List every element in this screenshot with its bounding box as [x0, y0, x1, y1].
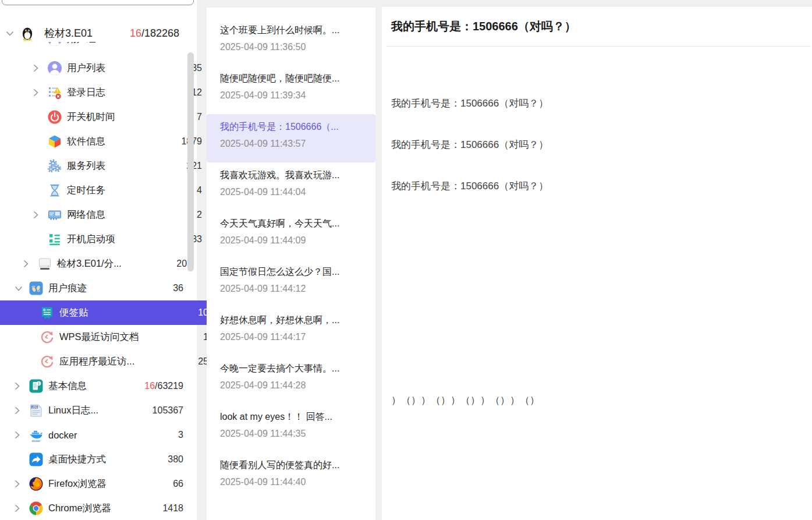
svg-text:i: i — [38, 381, 40, 385]
basic-info-icon: i — [29, 378, 44, 394]
sidebar-item-count: 105367 — [153, 405, 183, 416]
note-list-item[interactable]: 我喜欢玩游戏。我喜欢玩游...2025-04-09 11:44:04 — [207, 162, 375, 211]
sidebar-item-count: 380 — [168, 454, 183, 465]
sidebar-item-label: 检材3.E01/分... — [57, 257, 122, 270]
chevron-right-icon[interactable] — [15, 480, 29, 488]
chevron-down-icon[interactable] — [0, 31, 20, 36]
sidebar-item-label: Firefox浏览器 — [48, 477, 107, 490]
sidebar-item-count: 1418 — [162, 503, 183, 514]
search-input[interactable] — [2, 0, 194, 5]
note-list-item[interactable]: 这个班要上到什么时候啊。...2025-04-09 11:36:50 — [207, 17, 375, 66]
sidebar-item-label: 用户列表 — [67, 62, 105, 75]
sidebar-item-count: 7 — [197, 112, 202, 122]
note-detail-title: 我的手机号是：1506666（对吗？） — [382, 7, 812, 35]
power-icon — [47, 109, 62, 125]
sidebar-item[interactable]: 应用程序最近访...25 — [0, 349, 227, 374]
note-icon — [40, 305, 55, 320]
note-list-item[interactable]: look at my eyes！！ 回答...2025-04-09 11:44:… — [207, 404, 375, 452]
sidebar-root-label: 检材3.E01 — [44, 26, 93, 40]
sidebar-item-label: 软件信息 — [67, 135, 105, 148]
note-item-timestamp: 2025-04-09 11:36:50 — [220, 40, 370, 55]
note-list-item[interactable]: 好想休息啊，好想休息啊，...2025-04-09 11:44:17 — [207, 307, 375, 356]
sidebar-item-label: 开关机时间 — [67, 111, 115, 123]
chevron-right-icon[interactable] — [33, 89, 47, 97]
firefox-icon — [29, 476, 44, 491]
sidebar-item[interactable]: Chrome浏览器1418 — [0, 496, 202, 520]
sidebar-item[interactable]: dockerdocker3 — [0, 423, 202, 447]
docker-icon: docker — [29, 427, 44, 443]
note-list-item[interactable]: 今晚一定要去搞个大事情。...2025-04-09 11:44:28 — [207, 356, 375, 404]
sidebar-item-count: 16/63219 — [144, 381, 183, 391]
sidebar-item-label: 服务列表 — [67, 160, 105, 172]
note-item-timestamp: 2025-04-09 11:44:40 — [220, 475, 370, 490]
sidebar-item-label: 登录日志 — [67, 86, 105, 99]
note-item-timestamp: 2025-04-09 11:44:35 — [220, 426, 370, 441]
sidebar-item[interactable]: Firefox浏览器66 — [0, 472, 202, 496]
sidebar-item[interactable]: 桌面快捷方式380 — [0, 447, 202, 472]
note-detail-footer-line: ）（））（））（））（））（） — [391, 392, 540, 409]
note-detail-body-line: 我的手机号是：1506666（对吗？） — [391, 95, 803, 112]
sidebar-item-label: WPS最近访问文档 — [59, 331, 139, 344]
sidebar-item-label: 应用程序最近访... — [59, 355, 134, 368]
clipped-tree-row: 用户组44 — [0, 42, 187, 48]
sidebar-item-count: 36 — [173, 283, 183, 293]
chrome-icon — [29, 501, 44, 516]
sidebar-item-label: docker — [48, 430, 77, 441]
sidebar-item[interactable]: i基本信息16/63219 — [0, 374, 202, 398]
chevron-right-icon[interactable] — [15, 504, 29, 512]
sidebar-scrollbar-thumb[interactable] — [187, 52, 194, 271]
chevron-down-icon[interactable] — [15, 286, 29, 291]
note-detail-panel: 我的手机号是：1506666（对吗？） 我的手机号是：1506666（对吗？）我… — [382, 7, 812, 520]
note-list-panel: 这个班要上到什么时候啊。...2025-04-09 11:36:50随便吧随便吧… — [207, 8, 375, 520]
note-detail-body-line: 我的手机号是：1506666（对吗？） — [391, 137, 803, 153]
sidebar-item[interactable]: 用户痕迹36 — [0, 276, 202, 300]
app-window: { "accents": { "selected_row_bg": "#5a4f… — [0, 0, 812, 520]
note-item-title: 今晚一定要去搞个大事情。... — [220, 360, 370, 377]
sidebar-root-item[interactable]: 检材3.E01 16/182268 — [0, 23, 197, 43]
sidebar-root-count: 16/182268 — [130, 27, 179, 40]
sidebar-item[interactable]: 检材3.E01/分...207 — [0, 252, 211, 276]
chevron-right-icon[interactable] — [33, 211, 47, 219]
svg-text:LOG: LOG — [31, 406, 37, 409]
chevron-right-icon[interactable] — [15, 431, 29, 439]
sidebar-item-label: 定时任务 — [67, 184, 105, 197]
sidebar-item[interactable]: WPS最近访问文档1 — [0, 325, 227, 349]
note-item-timestamp: 2025-04-09 11:44:17 — [220, 330, 370, 345]
sidebar-item[interactable]: LOGLinux日志...105367 — [0, 398, 202, 423]
note-list-item[interactable]: 我的手机号是：1506666（...2025-04-09 11:43:57 — [207, 114, 375, 162]
note-item-title: 今天天气真好啊，今天天气... — [220, 215, 370, 232]
startup-icon — [47, 232, 62, 247]
sidebar-item[interactable]: 便签贴10 — [0, 300, 227, 325]
sidebar-item-label: 用户组 — [67, 42, 96, 45]
note-detail-body-line: 我的手机号是：1506666（对吗？） — [391, 178, 803, 194]
user-circle-icon — [47, 42, 62, 47]
chevron-right-icon[interactable] — [15, 382, 29, 390]
note-list-item[interactable]: 随便吧随便吧，随便吧随便...2025-04-09 11:39:34 — [207, 66, 375, 114]
disk-icon — [37, 256, 52, 271]
login-log-icon — [47, 85, 62, 100]
sidebar-item[interactable]: 用户组44 — [0, 42, 187, 48]
note-item-timestamp: 2025-04-09 11:44:28 — [220, 378, 370, 393]
note-list-item[interactable]: 随便看别人写的便签真的好...2025-04-09 11:44:40 — [207, 452, 375, 501]
cube-icon — [47, 134, 62, 149]
history-icon — [40, 354, 55, 369]
note-item-timestamp: 2025-04-09 11:44:04 — [220, 185, 370, 200]
note-list-item[interactable]: 国定节假日怎么这么少？国...2025-04-09 11:44:12 — [207, 259, 375, 307]
chevron-right-icon[interactable] — [23, 260, 37, 268]
user-circle-icon — [47, 61, 62, 76]
note-item-title: 我的手机号是：1506666（... — [220, 119, 370, 135]
sidebar-item-label: Linux日志... — [48, 404, 98, 417]
sidebar-item-label: 基本信息 — [48, 380, 87, 392]
sidebar-item-label: 桌面快捷方式 — [48, 453, 106, 466]
detail-divider — [387, 46, 811, 47]
gears-icon — [47, 158, 62, 174]
sidebar-item-label: 网络信息 — [67, 208, 105, 221]
sidebar: 检材3.E01 16/182268 用户组44 用户列表35登录日志12开关机时… — [0, 0, 197, 520]
chevron-right-icon[interactable] — [15, 406, 29, 415]
sidebar-item-label: 用户痕迹 — [48, 282, 87, 295]
sidebar-item-label: 开机启动项 — [67, 233, 115, 246]
chevron-right-icon[interactable] — [33, 64, 47, 72]
note-item-title: 这个班要上到什么时候啊。... — [220, 22, 370, 38]
note-item-title: 我喜欢玩游戏。我喜欢玩游... — [220, 167, 370, 183]
note-list-item[interactable]: 今天天气真好啊，今天天气...2025-04-09 11:44:09 — [207, 211, 375, 259]
